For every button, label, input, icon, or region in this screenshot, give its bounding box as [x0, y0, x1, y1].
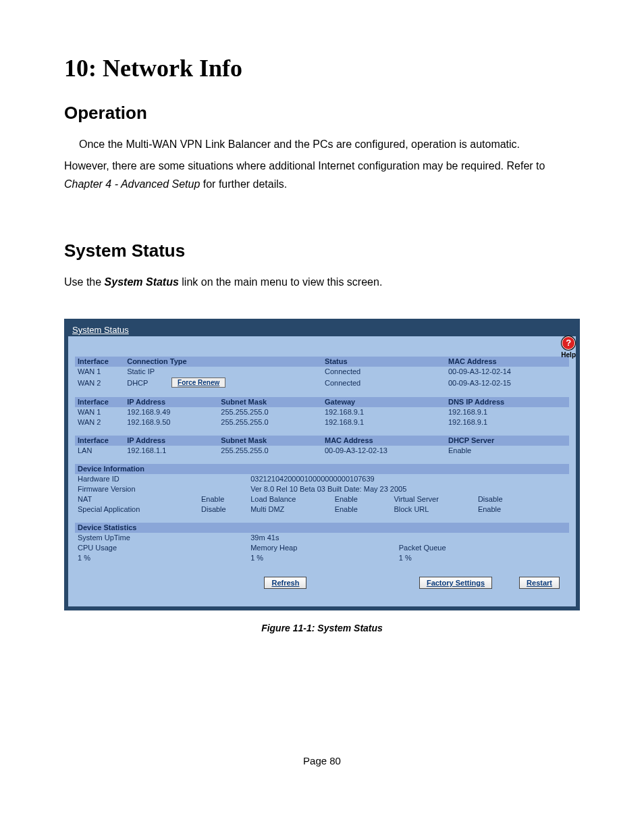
col-ip-address: IP Address [124, 436, 218, 446]
cell: 255.255.255.0 [218, 417, 322, 427]
col-subnet-mask: Subnet Mask [218, 436, 322, 446]
device-stats-title: Device Statistics [75, 523, 569, 533]
device-stats-title-row: Device Statistics [75, 523, 569, 533]
hardware-id-label: Hardware ID [75, 474, 248, 484]
cell: 192.168.9.1 [322, 407, 446, 417]
cell: 192.168.9.50 [124, 417, 218, 427]
cell: WAN 1 [75, 367, 124, 377]
col-status: Status [322, 357, 446, 367]
col-interface: Interface [75, 397, 124, 407]
cell: Static IP [124, 367, 322, 377]
cell: 00-09-A3-12-02-14 [446, 367, 569, 377]
block-url-label: Block URL [391, 504, 475, 515]
device-info-title-row: Device Information [75, 464, 569, 474]
col-interface: Interface [75, 357, 124, 367]
table-row: LAN 192.168.1.1 255.255.255.0 00-09-A3-1… [75, 446, 569, 456]
table-row: WAN 1 Static IP Connected 00-09-A3-12-02… [75, 367, 569, 377]
hardware-id-value: 032121042000010000000000107639 [248, 474, 569, 484]
cell: WAN 2 [75, 417, 124, 427]
cell: LAN [75, 446, 124, 456]
device-statistics-table: Device Statistics System UpTime 39m 41s … [75, 523, 569, 563]
table-row: CPU Usage Memory Heap Packet Queue [75, 543, 569, 553]
cell: DHCP [124, 377, 169, 389]
multi-dmz-value: Enable [332, 504, 392, 515]
cpu-usage-label: CPU Usage [75, 543, 248, 553]
action-bar: Refresh Factory Settings Restart [75, 571, 569, 596]
cell: WAN 2 [75, 377, 124, 389]
restart-button[interactable]: Restart [519, 577, 560, 589]
text: link on the main menu to view this scree… [179, 276, 382, 288]
table-header-row: Interface Connection Type Status MAC Add… [75, 357, 569, 367]
memory-heap-value: 1 % [248, 553, 396, 563]
device-info-title: Device Information [75, 464, 569, 474]
col-interface: Interface [75, 436, 124, 446]
help-icon[interactable]: ? [562, 336, 575, 350]
multi-dmz-label: Multi DMZ [248, 504, 331, 515]
cell: 192.168.1.1 [124, 446, 218, 456]
cell: 255.255.255.0 [218, 407, 322, 417]
col-subnet-mask: Subnet Mask [218, 397, 322, 407]
col-connection-type: Connection Type [124, 357, 322, 367]
nat-value: Enable [198, 494, 248, 504]
cell: Enable [446, 446, 569, 456]
cell: 192.168.9.49 [124, 407, 218, 417]
table-row: Firmware Version Ver 8.0 Rel 10 Beta 03 … [75, 484, 569, 494]
advanced-setup-ref: Chapter 4 - Advanced Setup [64, 178, 200, 190]
cpu-usage-value: 1 % [75, 553, 248, 563]
col-gateway: Gateway [322, 397, 446, 407]
memory-heap-label: Memory Heap [248, 543, 396, 553]
system-status-heading: System Status [64, 240, 580, 261]
virtual-server-value: Disable [475, 494, 569, 504]
wan-ip-table: Interface IP Address Subnet Mask Gateway… [75, 397, 569, 427]
system-status-link-label: System Status [105, 276, 179, 288]
lan-table: Interface IP Address Subnet Mask MAC Add… [75, 436, 569, 456]
table-row: Special Application Disable Multi DMZ En… [75, 504, 569, 515]
cell: 192.168.9.1 [446, 407, 569, 417]
operation-heading: Operation [64, 103, 580, 124]
table-row: WAN 2 192.168.9.50 255.255.255.0 192.168… [75, 417, 569, 427]
device-information-table: Device Information Hardware ID 032121042… [75, 464, 569, 515]
page-number: Page 80 [64, 755, 580, 766]
cell: 192.168.9.1 [446, 417, 569, 427]
col-ip-address: IP Address [124, 397, 218, 407]
figure-caption: Figure 11-1: System Status [64, 623, 580, 633]
firmware-label: Firmware Version [75, 484, 248, 494]
special-app-value: Disable [198, 504, 248, 515]
load-balance-label: Load Balance [248, 494, 331, 504]
text: Use the [64, 276, 105, 288]
table-row: NAT Enable Load Balance Enable Virtual S… [75, 494, 569, 504]
connection-table: Interface Connection Type Status MAC Add… [75, 357, 569, 389]
operation-paragraph-1: Once the Multi-WAN VPN Link Balancer and… [64, 136, 580, 153]
block-url-value: Enable [475, 504, 569, 515]
text: for further details. [200, 178, 287, 190]
help-corner: ? Help [561, 336, 576, 359]
refresh-button[interactable]: Refresh [264, 577, 306, 589]
panel-title-text: System Status [72, 325, 129, 335]
operation-paragraph-2: However, there are some situations where… [64, 157, 580, 193]
virtual-server-label: Virtual Server [391, 494, 475, 504]
nat-label: NAT [75, 494, 198, 504]
force-renew-button[interactable]: Force Renew [171, 377, 225, 388]
text: However, there are some situations where… [64, 160, 545, 172]
col-dns-ip: DNS IP Address [446, 397, 569, 407]
cell: 192.168.9.1 [322, 417, 446, 427]
table-row: WAN 2 DHCP Force Renew Connected 00-09-A… [75, 377, 569, 389]
panel-title: System Status [68, 323, 576, 336]
load-balance-value: Enable [332, 494, 392, 504]
packet-queue-value: 1 % [396, 553, 569, 563]
table-header-row: Interface IP Address Subnet Mask MAC Add… [75, 436, 569, 446]
help-label[interactable]: Help [561, 351, 576, 359]
cell: Force Renew [169, 377, 322, 389]
cell: Connected [322, 367, 446, 377]
cell: 00-09-A3-12-02-15 [446, 377, 569, 389]
table-row: WAN 1 192.168.9.49 255.255.255.0 192.168… [75, 407, 569, 417]
col-mac-address: MAC Address [322, 436, 446, 446]
system-status-panel: System Status ? Help Interface Connectio… [64, 319, 580, 610]
cell: 00-09-A3-12-02-13 [322, 446, 446, 456]
uptime-value: 39m 41s [248, 533, 569, 543]
table-header-row: Interface IP Address Subnet Mask Gateway… [75, 397, 569, 407]
col-dhcp-server: DHCP Server [446, 436, 569, 446]
cell: Connected [322, 377, 446, 389]
col-mac-address: MAC Address [446, 357, 569, 367]
factory-settings-button[interactable]: Factory Settings [419, 577, 492, 589]
